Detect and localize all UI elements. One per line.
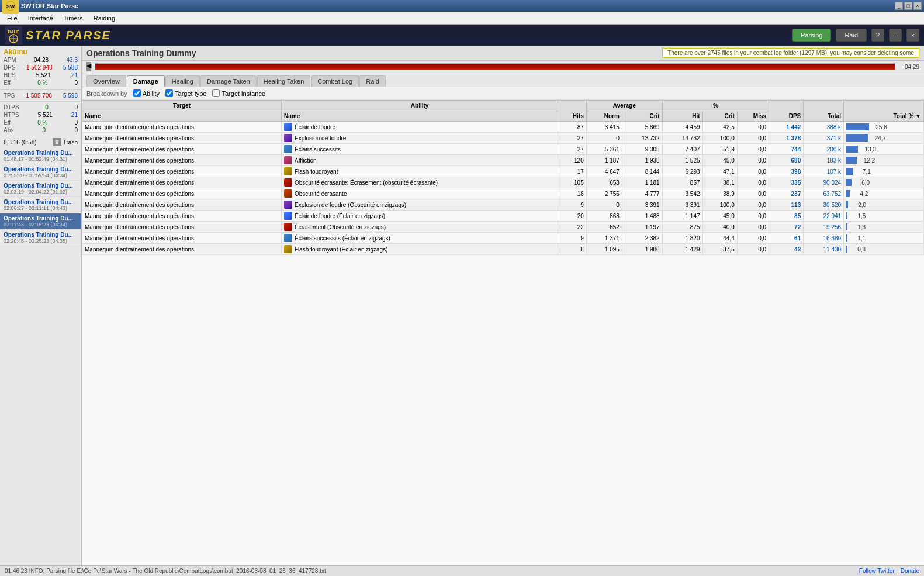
pct-text: 25,8 xyxy=(871,124,887,130)
titlebar-controls[interactable]: _ □ × xyxy=(895,2,922,10)
parsing-button[interactable]: Parsing xyxy=(792,29,831,42)
breakdown-label: Breakdown by xyxy=(86,90,127,97)
target-type-label[interactable]: Target type xyxy=(175,90,206,97)
hits-col-header[interactable]: Hits xyxy=(558,101,587,122)
total-pct-cell: 25,8 xyxy=(844,122,924,133)
tab-healing-taken[interactable]: Healing Taken xyxy=(257,75,311,87)
ability-checkbox[interactable] xyxy=(133,89,141,97)
target-cell: Mannequin d'entraînement des opérations xyxy=(82,188,282,199)
target-instance-checkbox[interactable] xyxy=(212,89,220,97)
progress-bar[interactable] xyxy=(95,63,895,70)
minimize-button[interactable]: _ xyxy=(895,2,903,10)
breakdown-row: Breakdown by Ability Target type Target … xyxy=(82,87,924,100)
crit-pct-cell: 0,0 xyxy=(737,155,769,166)
table-row[interactable]: Mannequin d'entraînement des opérationsE… xyxy=(82,133,924,144)
target-type-checkbox[interactable] xyxy=(165,89,173,97)
data-table-container[interactable]: Target Ability Hits Average % DPS Total … xyxy=(82,100,924,565)
table-row[interactable]: Mannequin d'entraînement des opérationsÉ… xyxy=(82,222,924,233)
tab-raid[interactable]: Raid xyxy=(359,75,386,87)
maximize-button[interactable]: □ xyxy=(904,2,912,10)
crit-cell: 1 181 xyxy=(622,177,662,188)
menu-timers[interactable]: Timers xyxy=(59,13,88,23)
session-item-4[interactable]: Operations Training Du... 02:06:27 - 02:… xyxy=(0,197,81,213)
hit-avg-cell: 1 429 xyxy=(662,244,702,255)
content-header: Operations Training Dummy There are over… xyxy=(82,46,924,61)
table-row[interactable]: Mannequin d'entraînement des opérationsÉ… xyxy=(82,144,924,155)
session-time-6: 02:20:48 - 02:25:23 (04:35) xyxy=(4,238,78,244)
session-title-3: Operations Training Du... xyxy=(4,182,78,189)
dps-col-header[interactable]: DPS xyxy=(769,101,804,122)
raid-button[interactable]: Raid xyxy=(836,29,867,42)
scroll-left-button[interactable]: ◀ xyxy=(86,62,91,71)
tab-damage-taken[interactable]: Damage Taken xyxy=(200,75,257,87)
donate-link[interactable]: Donate xyxy=(901,568,919,574)
eff-stat: Eff 0 % 0 xyxy=(4,79,78,87)
table-row[interactable]: Mannequin d'entraînement des opérationsA… xyxy=(82,155,924,166)
tab-overview[interactable]: Overview xyxy=(86,75,126,87)
ability-name: Écrasement (Obscurité en zigzags) xyxy=(295,224,386,230)
total-pct-col-header[interactable]: Total % ▼ xyxy=(844,101,924,122)
close-button[interactable]: × xyxy=(913,2,922,10)
window-close-button[interactable]: × xyxy=(906,29,919,42)
target-cell: Mannequin d'entraînement des opérations xyxy=(82,233,282,244)
table-row[interactable]: Mannequin d'entraînement des opérationsO… xyxy=(82,188,924,199)
menu-interface[interactable]: Interface xyxy=(23,13,58,23)
tab-healing[interactable]: Healing xyxy=(165,75,200,87)
total-col-header[interactable]: Total xyxy=(804,101,844,122)
ability-label[interactable]: Ability xyxy=(143,90,160,97)
session-item-5[interactable]: Operations Training Du... 02:11:48 - 02:… xyxy=(0,213,81,230)
crit-cell: 1 197 xyxy=(622,222,662,233)
hps-label: HPS xyxy=(4,72,16,78)
target-cell: Mannequin d'entraînement des opérations xyxy=(82,155,282,166)
miss-header: Miss xyxy=(737,111,769,122)
ability-cell: Affliction xyxy=(281,155,558,166)
session-item-1[interactable]: Operations Training Du... 01:48:17 - 01:… xyxy=(0,148,81,164)
damage-table: Target Ability Hits Average % DPS Total … xyxy=(82,100,924,255)
settings-button[interactable]: - xyxy=(889,29,902,42)
session-item-3[interactable]: Operations Training Du... 02:03:19 - 02:… xyxy=(0,181,81,197)
session-title-4: Operations Training Du... xyxy=(4,199,78,205)
player-name: Akûmu xyxy=(4,48,78,56)
apm-label: APM xyxy=(4,57,16,63)
average-col-header: Average xyxy=(586,101,662,111)
table-row[interactable]: Mannequin d'entraînement des opérationsÉ… xyxy=(82,211,924,222)
pct-text: 1,1 xyxy=(849,235,866,242)
target-instance-label[interactable]: Target instance xyxy=(222,90,265,97)
tps-group: TPS 1 505 708 5 598 xyxy=(0,89,81,101)
table-row[interactable]: Mannequin d'entraînement des opérationsÉ… xyxy=(82,233,924,244)
hit-avg-cell: 857 xyxy=(662,177,702,188)
tab-combat-log[interactable]: Combat Log xyxy=(311,75,359,87)
norm-cell: 1 371 xyxy=(586,233,622,244)
norm-cell: 1 187 xyxy=(586,155,622,166)
table-row[interactable]: Mannequin d'entraînement des opérationsF… xyxy=(82,244,924,255)
table-row[interactable]: Mannequin d'entraînement des opérationsÉ… xyxy=(82,122,924,133)
tab-damage[interactable]: Damage xyxy=(127,75,165,87)
hit-avg-cell: 1 525 xyxy=(662,155,702,166)
crit-cell: 5 869 xyxy=(622,122,662,133)
pct-text: 13,3 xyxy=(860,146,876,153)
total-pct-cell: 7,1 xyxy=(844,166,924,177)
menu-raiding[interactable]: Raiding xyxy=(89,13,120,23)
session-item-2[interactable]: Operations Training Du... 01:55:20 - 01:… xyxy=(0,164,81,181)
abs-sub: 0 xyxy=(74,127,78,133)
ability-icon xyxy=(284,134,292,142)
pct-text: 0,8 xyxy=(849,246,866,253)
menu-file[interactable]: File xyxy=(2,13,22,23)
eff2-stat: Eff 0 % 0 xyxy=(4,119,78,126)
eff-label: Eff xyxy=(4,80,11,86)
session-item-6[interactable]: Operations Training Du... 02:20:48 - 02:… xyxy=(0,230,81,246)
total-cell: 19 256 xyxy=(804,222,844,233)
total-pct-cell: 12,2 xyxy=(844,155,924,166)
target-cell: Mannequin d'entraînement des opérations xyxy=(82,211,282,222)
table-row[interactable]: Mannequin d'entraînement des opérationsO… xyxy=(82,177,924,188)
twitter-link[interactable]: Follow Twitter xyxy=(859,568,895,574)
main-layout: Akûmu APM 04:28 43,3 DPS 1 502 948 5 588… xyxy=(0,46,924,565)
table-row[interactable]: Mannequin d'entraînement des opérationsF… xyxy=(82,166,924,177)
abs-stat: Abs 0 0 xyxy=(4,126,78,134)
hit-pct-cell: 51,9 xyxy=(702,144,737,155)
table-row[interactable]: Mannequin d'entraînement des opérationsE… xyxy=(82,199,924,211)
help-button[interactable]: ? xyxy=(871,29,884,42)
statusbar-right: Follow Twitter Donate xyxy=(859,568,919,574)
ability-cell: Éclairs successifs xyxy=(281,144,558,155)
crit-pct-cell: 0,0 xyxy=(737,188,769,199)
